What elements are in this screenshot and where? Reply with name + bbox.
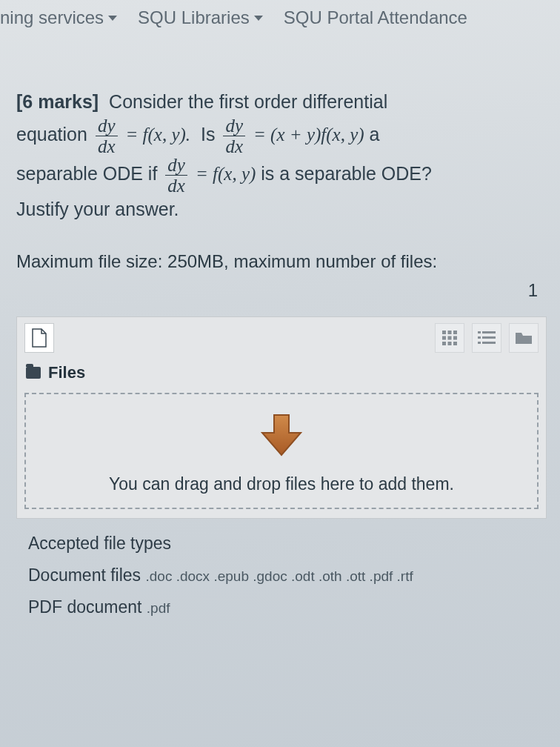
eq: = f(x, y) <box>196 164 256 184</box>
limits-text: Maximum file size: 250MB, maximum number… <box>16 249 547 274</box>
numerator: dy <box>223 116 245 136</box>
svg-rect-6 <box>442 342 446 345</box>
accepted-row-doc: Document files .doc .docx .epub .gdoc .o… <box>28 561 535 590</box>
eq: = f(x, y). <box>125 124 190 145</box>
folder-icon <box>26 367 41 379</box>
svg-rect-1 <box>448 331 452 334</box>
menu-item-libraries[interactable]: SQU Libraries <box>138 7 263 28</box>
svg-rect-3 <box>442 336 446 339</box>
drop-zone[interactable]: You can drag and drop files here to add … <box>24 393 539 509</box>
q-text: a <box>370 124 380 145</box>
upload-limits: Maximum file size: 250MB, maximum number… <box>16 249 547 303</box>
q-text: Consider the first order differential <box>109 91 387 112</box>
file-toolbar <box>17 317 546 359</box>
menu-label: SQU Portal Attendance <box>284 7 467 28</box>
menu-item-attendance[interactable]: SQU Portal Attendance <box>284 7 467 28</box>
q-text: separable ODE if <box>16 163 157 184</box>
add-file-button[interactable] <box>24 323 54 353</box>
type-label: Document files <box>28 565 141 585</box>
fraction-icon: dy dx <box>165 156 187 195</box>
svg-rect-12 <box>482 336 496 339</box>
svg-rect-11 <box>478 336 481 339</box>
svg-rect-4 <box>448 336 452 339</box>
svg-rect-2 <box>453 331 457 334</box>
q-text: equation <box>16 124 87 145</box>
svg-rect-7 <box>448 342 452 345</box>
view-tree-button[interactable] <box>509 323 539 353</box>
fraction-icon: dy dx <box>96 116 118 156</box>
grid-icon <box>441 330 458 346</box>
svg-rect-0 <box>442 331 446 334</box>
q-text: Is <box>201 124 215 145</box>
eq: = (x + y)f(x, y) <box>253 124 364 145</box>
menu-item-services[interactable]: ning services <box>0 7 117 28</box>
files-label: Files <box>48 363 85 382</box>
files-section-header: Files <box>17 359 546 393</box>
q-text: Justify your answer. <box>16 199 179 219</box>
svg-rect-13 <box>478 342 481 344</box>
view-list-button[interactable] <box>472 323 501 353</box>
list-icon <box>478 331 496 345</box>
drop-text: You can drag and drop files here to add … <box>109 474 454 494</box>
svg-rect-8 <box>453 342 457 345</box>
download-arrow-icon <box>256 409 307 461</box>
denominator: dx <box>223 136 245 156</box>
max-files: 1 <box>16 278 547 303</box>
svg-rect-14 <box>482 342 496 344</box>
denominator: dx <box>96 136 118 156</box>
main-content: [6 marks] Consider the first order diffe… <box>0 36 560 622</box>
chevron-down-icon <box>108 16 117 21</box>
file-icon <box>31 328 47 348</box>
question-text: [6 marks] Consider the first order diffe… <box>16 87 547 224</box>
type-label: PDF document <box>28 597 141 617</box>
fraction-icon: dy dx <box>223 116 245 156</box>
accepted-types: Accepted file types Document files .doc … <box>16 519 547 622</box>
marks-label: [6 marks] <box>16 91 99 112</box>
file-panel: Files You can drag and drop files here t… <box>16 316 547 519</box>
svg-rect-9 <box>478 331 481 333</box>
svg-rect-5 <box>453 336 457 339</box>
chevron-down-icon <box>254 16 263 21</box>
q-text: is a separable ODE? <box>261 163 432 184</box>
top-menu: ning services SQU Libraries SQU Portal A… <box>0 0 560 36</box>
menu-label: ning services <box>0 7 104 28</box>
accepted-row-pdf: PDF document .pdf <box>28 593 535 622</box>
type-exts: .pdf <box>147 600 170 616</box>
folder-icon <box>515 331 533 345</box>
menu-label: SQU Libraries <box>138 7 250 28</box>
type-exts: .doc .docx .epub .gdoc .odt .oth .ott .p… <box>146 568 413 584</box>
numerator: dy <box>165 156 187 175</box>
svg-rect-10 <box>482 331 496 333</box>
accepted-header: Accepted file types <box>28 529 535 558</box>
view-grid-button[interactable] <box>435 323 464 353</box>
numerator: dy <box>96 116 118 136</box>
denominator: dx <box>165 175 187 195</box>
